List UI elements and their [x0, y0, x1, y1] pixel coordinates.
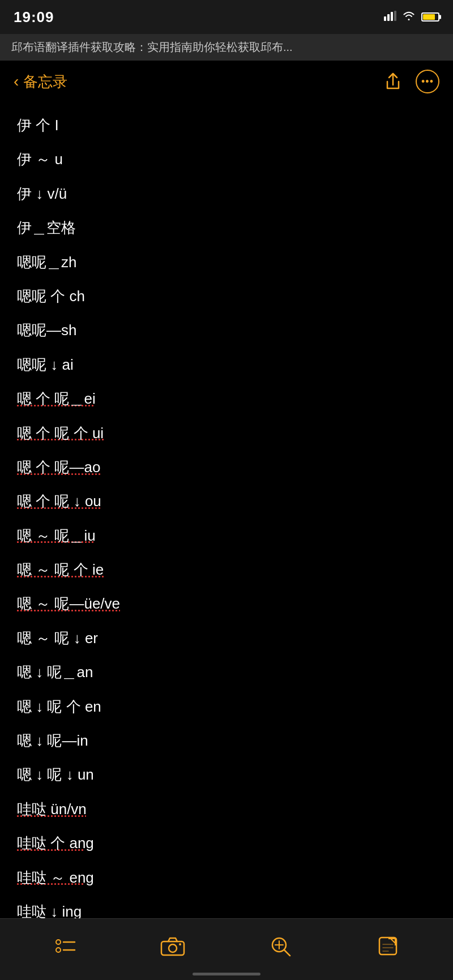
battery-icon: [421, 12, 439, 22]
status-time: 19:09: [14, 8, 54, 26]
back-arrow-icon: ‹: [14, 72, 19, 91]
wifi-icon: [402, 11, 416, 24]
svg-line-12: [284, 950, 290, 956]
nav-bar: ‹ 备忘录 •••: [0, 61, 453, 102]
svg-point-6: [56, 948, 61, 952]
list-item: 嗯 个 呢 个 ui: [17, 416, 436, 450]
list-item: 哇哒 ～ eng: [17, 861, 436, 895]
status-bar: 19:09: [0, 0, 453, 34]
list-item: 嗯 ↓ 呢 个 en: [17, 690, 436, 724]
nav-title: 备忘录: [23, 72, 67, 92]
svg-point-9: [169, 944, 177, 952]
list-item: 嗯呢—sh: [17, 313, 436, 347]
list-item: 嗯 ↓ 呢—in: [17, 724, 436, 758]
svg-rect-15: [379, 938, 396, 955]
notification-text: 邱布语翻译插件获取攻略：实用指南助你轻松获取邱布...: [11, 41, 293, 53]
nav-back[interactable]: ‹ 备忘录: [14, 72, 67, 92]
list-item: 嗯 ～ 呢 ↓ er: [17, 621, 436, 655]
list-item: 嗯 ↓ 呢＿an: [17, 655, 436, 689]
list-item: 嗯 ↓ 呢 ↓ un: [17, 758, 436, 791]
list-item: 哇哒 个 ang: [17, 826, 436, 860]
list-item: 嗯 个 呢 ↓ ou: [17, 484, 436, 518]
home-indicator: [193, 973, 260, 975]
svg-point-10: [179, 943, 181, 945]
compose-button[interactable]: [371, 929, 405, 963]
more-button[interactable]: •••: [416, 70, 439, 93]
list-item: 嗯呢 个 ch: [17, 279, 436, 313]
nav-actions: •••: [382, 70, 439, 93]
list-item: 伊＿空格: [17, 211, 436, 245]
svg-rect-2: [391, 12, 393, 21]
camera-button[interactable]: [156, 929, 190, 963]
list-item: 哇哒 ün/vn: [17, 792, 436, 826]
content-area: 伊 个 I伊 ～ u伊 ↓ v/ü伊＿空格嗯呢＿zh嗯呢 个 ch嗯呢—sh嗯呢…: [0, 102, 453, 980]
signal-icon: [384, 11, 396, 24]
list-item: 嗯呢＿zh: [17, 245, 436, 279]
share-button[interactable]: [382, 70, 404, 93]
ellipsis-icon: •••: [421, 76, 434, 88]
list-item: 嗯 ～ 呢 个 ie: [17, 553, 436, 587]
svg-rect-0: [384, 16, 386, 21]
status-icons: [384, 11, 439, 24]
svg-point-4: [56, 940, 61, 944]
notification-bar: 邱布语翻译插件获取攻略：实用指南助你轻松获取邱布...: [0, 34, 453, 61]
list-item: 伊 ～ u: [17, 142, 436, 176]
list-item: 嗯 个 呢＿ei: [17, 382, 436, 416]
checklist-button[interactable]: [48, 929, 82, 963]
svg-rect-3: [394, 11, 396, 21]
svg-rect-1: [387, 14, 390, 21]
list-item: 伊 ↓ v/ü: [17, 177, 436, 211]
list-item: 嗯 ～ 呢—üe/ve: [17, 587, 436, 620]
items-list: 伊 个 I伊 ～ u伊 ↓ v/ü伊＿空格嗯呢＿zh嗯呢 个 ch嗯呢—sh嗯呢…: [17, 108, 436, 980]
search-button[interactable]: [263, 929, 297, 963]
bottom-toolbar: [0, 918, 453, 980]
list-item: 嗯 个 呢—ao: [17, 450, 436, 484]
list-item: 嗯呢 ↓ ai: [17, 348, 436, 382]
list-item: 伊 个 I: [17, 108, 436, 142]
list-item: 嗯 ～ 呢＿iu: [17, 519, 436, 553]
